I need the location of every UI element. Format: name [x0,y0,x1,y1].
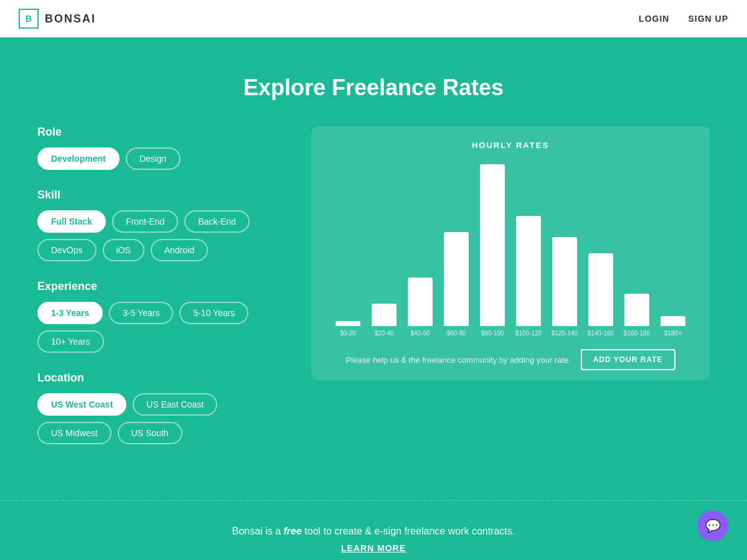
bar-label: $100-120 [515,330,542,337]
bar [444,232,469,326]
footer-italic: free [283,526,301,536]
bar [336,321,361,326]
chat-button[interactable]: 💬 [697,510,728,541]
pill-5-10-years[interactable]: 5-10 Years [179,302,248,324]
bar-group: $40-60 [402,162,438,337]
bar-group: $0-20 [330,162,366,337]
navbar: B BONSAI LOGIN SIGN UP [0,0,747,37]
pill-front-end[interactable]: Front-End [112,210,178,233]
pill-1-3-years[interactable]: 1-3 Years [37,302,103,324]
pill-us-midwest[interactable]: US Midwest [37,422,111,444]
bar-label: $140-160 [588,330,614,337]
main-content: Role Development Design Skill Full Stack… [12,126,735,500]
bar-label: $20-40 [374,330,393,337]
login-link[interactable]: LOGIN [639,14,669,24]
filter-role: Role Development Design [37,126,286,170]
chart-panel: HOURLY RATES $0-20$20-40$40-60$60-80$80-… [311,126,710,380]
bar-label: $60-80 [446,330,466,337]
bar [624,294,650,326]
bar-label: $180+ [664,330,682,337]
pill-back-end[interactable]: Back-End [184,210,250,233]
bar-group: $100-120 [510,162,547,337]
pill-3-5-years[interactable]: 3-5 Years [109,302,173,324]
bar-label: $160-180 [624,330,650,337]
bar-label: $120-140 [552,330,578,337]
bar-group: $20-40 [366,162,402,337]
bar-group: $120-140 [547,162,583,337]
brand: B BONSAI [19,9,96,29]
pill-design[interactable]: Design [126,147,181,170]
skill-label: Skill [37,189,286,202]
add-rate-button[interactable]: ADD YOUR RATE [581,349,675,370]
footer-section: Bonsai is a free tool to create & e-sign… [0,500,747,560]
pill-devops[interactable]: DevOps [37,239,96,261]
bar [516,216,542,326]
bar [372,304,397,326]
role-label: Role [37,126,286,139]
bar-group: $140-160 [583,162,619,337]
hero-title: Explore Freelance Rates [12,75,735,101]
pill-us-west[interactable]: US West Coast [37,393,126,416]
logo-box: B [19,9,39,29]
location-label: Location [37,371,286,385]
hero: Explore Freelance Rates [0,37,747,126]
footer-text-after: tool to create & e-sign freelance work c… [304,526,515,536]
bar [408,278,433,326]
learn-more-link[interactable]: LEARN MORE [12,543,735,553]
bar-group: $60-80 [438,162,474,337]
pill-full-stack[interactable]: Full Stack [37,210,106,233]
bar-group: $80-100 [474,162,510,337]
pill-us-south[interactable]: US South [118,422,182,444]
bar [588,253,614,326]
bar-group: $180+ [655,162,691,337]
experience-label: Experience [37,280,286,293]
chart-bars: $0-20$20-40$40-60$60-80$80-100$100-120$1… [324,162,697,337]
chat-icon: 💬 [705,518,721,533]
footer-text-before: Bonsai is a [232,526,284,536]
chart-title: HOURLY RATES [324,141,697,150]
filter-experience: Experience 1-3 Years 3-5 Years 5-10 Year… [37,280,286,353]
experience-pills: 1-3 Years 3-5 Years 5-10 Years 10+ Years [37,302,286,353]
bar [660,316,686,326]
footer-tagline: Bonsai is a free tool to create & e-sign… [12,526,735,537]
nav-links: LOGIN SIGN UP [639,14,728,24]
skill-pills: Full Stack Front-End Back-End DevOps iOS… [37,210,286,261]
location-pills: US West Coast US East Coast US Midwest U… [37,393,286,444]
signup-link[interactable]: SIGN UP [688,14,728,24]
bar [480,164,505,326]
bar-label: $40-60 [410,330,430,337]
bar-label: $80-100 [481,330,504,337]
brand-name: BONSAI [45,12,96,26]
pill-android[interactable]: Android [151,239,208,261]
bar [552,237,578,326]
bar-label: $0-20 [340,330,356,337]
pill-development[interactable]: Development [37,147,120,170]
filters-panel: Role Development Design Skill Full Stack… [37,126,286,463]
filter-skill: Skill Full Stack Front-End Back-End DevO… [37,189,286,261]
pill-ios[interactable]: iOS [103,239,144,261]
chart-footer-text: Please help us & the freelance community… [345,355,570,365]
pill-10plus-years[interactable]: 10+ Years [37,330,104,353]
filter-location: Location US West Coast US East Coast US … [37,371,286,444]
logo-letter: B [26,14,32,24]
role-pills: Development Design [37,147,286,170]
bar-group: $160-180 [619,162,655,337]
pill-us-east[interactable]: US East Coast [133,393,217,416]
chart-footer: Please help us & the freelance community… [324,349,697,370]
